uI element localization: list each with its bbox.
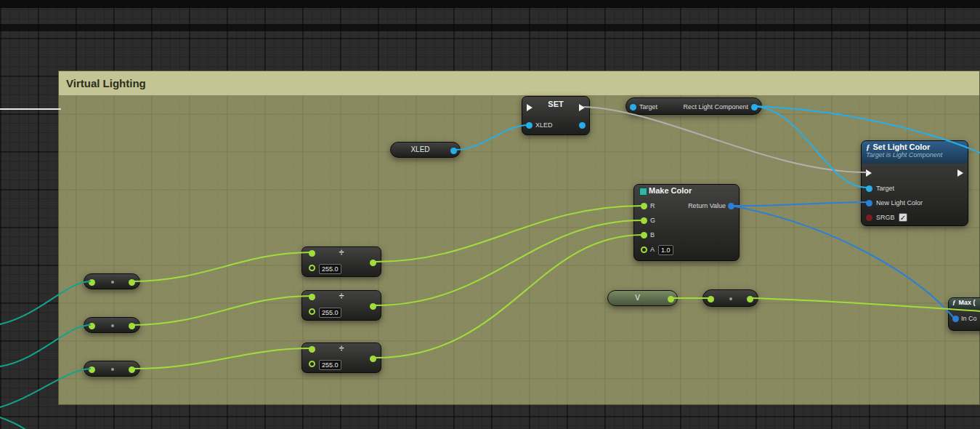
srgb-label: SRGB xyxy=(876,214,895,222)
set-xled-node[interactable]: SET XLED xyxy=(522,96,590,135)
pill-dot xyxy=(111,324,114,327)
top-band xyxy=(0,0,980,8)
max-node[interactable]: ƒMax ( In Co xyxy=(948,297,980,331)
xled-pin-label: XLED xyxy=(535,121,553,129)
b-pin-label: B xyxy=(650,231,655,239)
set-light-color-node[interactable]: ƒSet Light Color Target is Light Compone… xyxy=(861,140,968,226)
set-light-color-subtitle: Target is Light Component xyxy=(866,151,963,159)
a-value-input[interactable]: 1.0 xyxy=(658,245,673,255)
target-input-pin[interactable] xyxy=(866,185,872,192)
new-light-color-input-pin[interactable] xyxy=(866,200,872,207)
dividend-input-pin[interactable] xyxy=(309,294,315,300)
pass-output-pin[interactable] xyxy=(129,323,135,329)
srgb-input-pin[interactable] xyxy=(866,214,872,221)
v-getter-label: V xyxy=(608,294,667,302)
xled-getter-label: XLED xyxy=(391,145,450,153)
divisor-input-pin[interactable] xyxy=(309,265,315,271)
pass-output-pin[interactable] xyxy=(129,279,135,286)
function-icon: ƒ xyxy=(866,143,870,151)
comment-box-virtual-lighting[interactable]: Virtual Lighting xyxy=(58,71,980,405)
divisor-value-input[interactable]: 255.0 xyxy=(319,264,341,274)
divide-node-3[interactable]: ÷ 255.0 xyxy=(301,342,381,373)
divide-node-1[interactable]: ÷ 255.0 xyxy=(301,246,381,277)
pass-input-pin[interactable] xyxy=(89,323,95,329)
dividend-input-pin[interactable] xyxy=(309,250,315,257)
g-pin-label: G xyxy=(650,217,655,225)
srgb-checkbox[interactable]: ✓ xyxy=(899,213,907,222)
exec-out-pin[interactable] xyxy=(579,104,585,111)
r-pin-label: R xyxy=(650,202,655,210)
max-title: Max ( xyxy=(959,299,976,306)
divide-output-pin[interactable] xyxy=(370,303,376,310)
pass-node-3[interactable] xyxy=(84,361,140,377)
divisor-input-pin[interactable] xyxy=(309,308,315,315)
a-input-pin[interactable] xyxy=(641,246,647,253)
rect-light-output-label: Rect Light Component xyxy=(683,103,748,111)
pass-input-pin[interactable] xyxy=(89,366,95,373)
in-color-input-pin[interactable] xyxy=(952,316,959,322)
rect-light-component-node[interactable]: Target Rect Light Component xyxy=(625,97,762,115)
pill-dot xyxy=(729,297,732,300)
b-input-pin[interactable] xyxy=(641,232,647,238)
divisor-value-input[interactable]: 255.0 xyxy=(319,360,341,370)
divisor-input-pin[interactable] xyxy=(309,361,315,367)
make-struct-icon xyxy=(639,188,647,196)
function-header: ƒSet Light Color Target is Light Compone… xyxy=(862,141,968,164)
max-header: ƒMax ( xyxy=(949,298,980,309)
exec-in-pin[interactable] xyxy=(866,169,872,177)
divide-output-pin[interactable] xyxy=(370,260,376,266)
in-color-label: In Co xyxy=(961,315,977,323)
target-pin-label: Target xyxy=(876,185,894,193)
wire-teal-4 xyxy=(0,417,25,429)
make-color-title: Make Color xyxy=(649,186,692,195)
pass-output-pin[interactable] xyxy=(129,366,135,373)
function-icon: ƒ xyxy=(952,299,956,306)
pass-node-4[interactable] xyxy=(702,289,758,307)
return-value-output-pin[interactable] xyxy=(728,203,734,209)
divide-node-2[interactable]: ÷ 255.0 xyxy=(301,290,381,321)
r-input-pin[interactable] xyxy=(641,203,647,209)
divisor-value-input[interactable]: 255.0 xyxy=(319,308,341,318)
new-light-color-label: New Light Color xyxy=(876,199,923,207)
exec-out-pin[interactable] xyxy=(957,169,963,177)
pass-input-pin[interactable] xyxy=(89,279,95,286)
pass-output-pin[interactable] xyxy=(747,296,753,302)
rect-light-output-pin[interactable] xyxy=(751,104,758,111)
make-color-node[interactable]: Make Color R Return Value G B A 1.0 xyxy=(633,184,740,261)
target-input-pin[interactable] xyxy=(630,104,636,111)
pass-node-1[interactable] xyxy=(84,273,140,289)
xled-getter-output-pin[interactable] xyxy=(450,148,457,154)
set-light-color-title: Set Light Color xyxy=(873,143,931,151)
xled-passthrough-output-pin[interactable] xyxy=(579,122,586,129)
target-pin-label: Target xyxy=(639,103,657,111)
g-input-pin[interactable] xyxy=(641,217,647,224)
dividend-input-pin[interactable] xyxy=(309,346,315,353)
comment-header[interactable]: Virtual Lighting xyxy=(59,71,979,95)
second-band xyxy=(0,24,980,31)
v-getter-output-pin[interactable] xyxy=(668,296,674,302)
comment-title: Virtual Lighting xyxy=(66,77,146,89)
v-getter-node[interactable]: V xyxy=(607,290,678,306)
pass-node-2[interactable] xyxy=(84,317,140,333)
pill-dot xyxy=(111,281,114,284)
xled-getter-node[interactable]: XLED xyxy=(390,142,461,158)
a-pin-label: A xyxy=(650,246,655,254)
pill-dot xyxy=(111,368,114,371)
divide-output-pin[interactable] xyxy=(370,356,376,362)
return-value-label: Return Value xyxy=(688,202,726,210)
blueprint-canvas[interactable]: Virtual Lighting SET XLED XLED xyxy=(0,0,980,429)
xled-input-pin[interactable] xyxy=(526,122,532,129)
pass-input-pin[interactable] xyxy=(708,296,714,302)
